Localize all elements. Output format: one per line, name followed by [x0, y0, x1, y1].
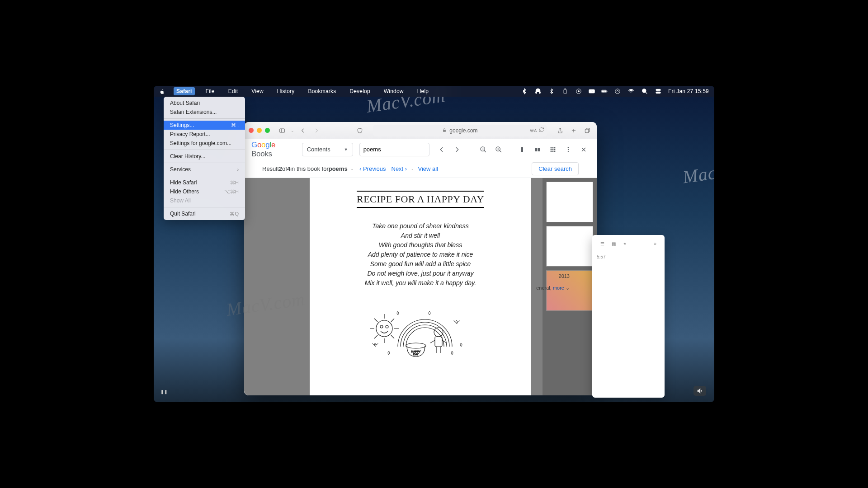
- bluetooth2-icon[interactable]: [548, 88, 555, 95]
- menu-history[interactable]: History: [274, 87, 297, 95]
- page-next-button[interactable]: [451, 144, 463, 155]
- input-icon[interactable]: A: [589, 88, 595, 95]
- books-header: Google Books Contents ▼: [244, 139, 597, 160]
- google-books-viewer: Google Books Contents ▼: [244, 139, 597, 395]
- zoom-in-button[interactable]: [493, 144, 505, 155]
- poem-line: Do not weigh love, just pour it anyway: [328, 269, 513, 278]
- separator: [164, 176, 245, 176]
- settings-shortcut: ⌘ ,: [231, 122, 239, 128]
- translate-icon[interactable]: ⊕ᴀ: [530, 127, 537, 133]
- reload-icon[interactable]: [539, 127, 544, 134]
- svg-point-11: [642, 89, 646, 93]
- svg-rect-18: [585, 129, 589, 133]
- safari-window: ⌄ google.com ⊕ᴀ Google Books: [244, 122, 597, 395]
- search-field[interactable]: [363, 146, 425, 153]
- window-close-button[interactable]: [249, 128, 254, 133]
- separator: [164, 163, 245, 163]
- page-prev-button[interactable]: [436, 144, 448, 155]
- view-grid-button[interactable]: [547, 144, 559, 155]
- poem-illustration: HAPPY DAY: [328, 297, 513, 360]
- svg-rect-26: [552, 147, 554, 148]
- new-tab-button[interactable]: [569, 126, 579, 136]
- secondary-panel: ☰ ▦ ⚭ » 5:57: [592, 235, 665, 398]
- next-result-link[interactable]: Next ›: [392, 165, 407, 172]
- pause-indicator[interactable]: ❚❚: [160, 388, 168, 396]
- expand-icon[interactable]: »: [654, 241, 656, 246]
- clear-search-button[interactable]: Clear search: [532, 162, 579, 175]
- menu-quit-safari[interactable]: Quit Safari⌘Q: [164, 209, 245, 218]
- window-zoom-button[interactable]: [265, 128, 270, 133]
- svg-rect-32: [552, 150, 554, 152]
- mute-button[interactable]: [693, 386, 706, 396]
- menu-edit[interactable]: Edit: [226, 87, 241, 95]
- prev-result-link[interactable]: ‹ Previous: [359, 165, 386, 172]
- menu-clear-history[interactable]: Clear History...: [164, 152, 245, 161]
- lock-icon: [442, 127, 447, 134]
- contents-dropdown[interactable]: Contents ▼: [302, 143, 353, 156]
- privacy-shield-button[interactable]: [355, 126, 365, 136]
- page-thumbnail[interactable]: [546, 226, 593, 267]
- battery-small-icon[interactable]: [561, 88, 569, 95]
- svg-rect-16: [280, 128, 285, 132]
- zoom-out-button[interactable]: [477, 144, 489, 155]
- view-double-button[interactable]: [532, 144, 543, 155]
- google-books-logo[interactable]: Google Books: [251, 141, 296, 159]
- control-center-icon[interactable]: [655, 88, 662, 95]
- menu-safari[interactable]: Safari: [174, 87, 195, 95]
- link-icon[interactable]: ⚭: [623, 241, 627, 246]
- battery-icon[interactable]: [601, 88, 608, 95]
- svg-rect-27: [554, 147, 556, 148]
- poem-line: And stir it well: [328, 231, 513, 240]
- menu-develop[interactable]: Develop: [347, 87, 373, 95]
- menu-safari-extensions[interactable]: Safari Extensions...: [164, 108, 245, 117]
- address-bar[interactable]: google.com ⊕ᴀ: [373, 125, 547, 136]
- tabs-button[interactable]: [582, 126, 592, 136]
- svg-rect-33: [554, 150, 556, 152]
- list-icon[interactable]: ☰: [600, 241, 604, 246]
- menu-window[interactable]: Window: [381, 87, 406, 95]
- close-viewer-button[interactable]: [578, 144, 590, 155]
- poem-title: RECIPE FOR A HAPPY DAY: [357, 191, 484, 208]
- apple-icon[interactable]: [159, 88, 165, 94]
- svg-point-40: [406, 343, 426, 348]
- view-all-link[interactable]: View all: [418, 165, 439, 172]
- menu-bookmarks[interactable]: Bookmarks: [306, 87, 339, 95]
- time-label: 5:57: [597, 254, 660, 259]
- svg-point-35: [568, 149, 569, 150]
- menu-file[interactable]: File: [203, 87, 217, 95]
- bluetooth-icon[interactable]: [521, 88, 528, 95]
- svg-point-43: [434, 328, 443, 337]
- sidebar-toggle-button[interactable]: [277, 126, 287, 136]
- wifi-icon[interactable]: [627, 88, 635, 95]
- view-single-button[interactable]: [516, 144, 528, 155]
- menu-hide-safari[interactable]: Hide Safari⌘H: [164, 178, 245, 187]
- svg-rect-25: [551, 147, 552, 148]
- book-search-input[interactable]: [359, 143, 429, 156]
- grid-icon[interactable]: ▦: [612, 241, 616, 246]
- focus-icon[interactable]: [614, 88, 621, 95]
- menu-hide-others[interactable]: Hide Others⌥⌘H: [164, 187, 245, 196]
- menu-settings[interactable]: Settings...⌘ ,: [164, 121, 245, 130]
- separator: [164, 118, 245, 119]
- window-minimize-button[interactable]: [257, 128, 262, 133]
- more-options-button[interactable]: [562, 144, 574, 155]
- back-button[interactable]: [298, 126, 308, 136]
- url-host: google.com: [449, 127, 477, 134]
- menu-services[interactable]: Services›: [164, 165, 245, 174]
- forward-button[interactable]: [311, 126, 321, 136]
- svg-rect-7: [607, 91, 607, 92]
- menu-privacy-report[interactable]: Privacy Report...: [164, 130, 245, 139]
- safari-menu-dropdown: About Safari Safari Extensions... Settin…: [164, 97, 245, 220]
- record-icon[interactable]: [575, 88, 582, 95]
- menu-site-settings[interactable]: Settings for google.com...: [164, 139, 245, 148]
- share-button[interactable]: [555, 126, 565, 136]
- search-icon[interactable]: [641, 88, 648, 95]
- menu-view[interactable]: View: [249, 87, 266, 95]
- desktop: Safari File Edit View History Bookmarks …: [154, 86, 714, 402]
- datetime-label[interactable]: Fri Jan 27 15:59: [668, 88, 709, 94]
- menu-help[interactable]: Help: [415, 87, 431, 95]
- page-thumbnail[interactable]: [546, 182, 593, 222]
- headphones-icon[interactable]: [534, 88, 542, 95]
- search-result-bar: Result 2 of 4 in this book for poems - ‹…: [244, 160, 597, 178]
- menu-about-safari[interactable]: About Safari: [164, 99, 245, 108]
